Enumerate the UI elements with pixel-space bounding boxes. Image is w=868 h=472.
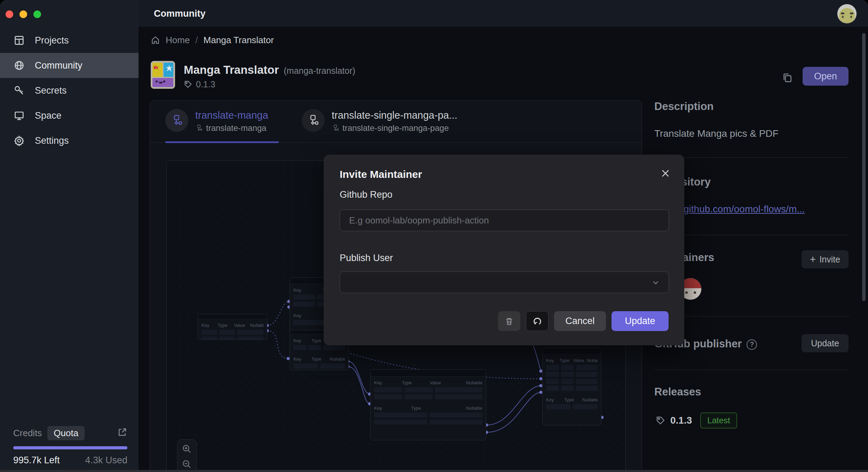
open-button[interactable]: Open — [803, 67, 849, 86]
scrollbar-thumb[interactable] — [862, 33, 866, 301]
column-label: Nullable — [457, 380, 482, 385]
column-label: Type — [218, 323, 231, 328]
close-window-button[interactable] — [6, 10, 13, 18]
refresh-button[interactable] — [526, 311, 549, 331]
flow-node[interactable]: KeyTypeValueNullableKeyTypeNullable — [370, 369, 486, 440]
column-label: Key — [293, 288, 320, 293]
window-bottom-edge — [0, 470, 868, 472]
flow-node-header — [371, 370, 486, 377]
column-label: Nullable — [587, 358, 598, 363]
sidebar: Projects Community Secrets Space — [0, 0, 139, 472]
canvas-zoom-toolbar — [177, 439, 197, 472]
sidebar-item-label: Space — [35, 110, 62, 121]
flow-node[interactable]: KeyTypeValueNullableKeyTypeNullable — [542, 348, 601, 425]
invite-button[interactable]: + Invite — [802, 250, 849, 268]
zoom-in-icon[interactable] — [182, 444, 192, 454]
column-label: Key — [293, 356, 309, 362]
zoom-out-icon[interactable] — [182, 459, 192, 470]
project-title: Manga Translator — [184, 63, 279, 77]
credits-label: Credits — [13, 428, 42, 439]
sidebar-item-label: Settings — [35, 135, 69, 146]
description-text: Translate Manga pics & PDF — [654, 128, 779, 139]
gear-icon — [13, 135, 25, 147]
breadcrumb: Home / Manga Translator — [151, 35, 274, 46]
column-label: Nullable — [582, 397, 598, 402]
trash-icon — [504, 316, 514, 326]
column-label: Key — [202, 323, 215, 328]
chevron-down-icon — [651, 278, 660, 289]
modal-title: Invite Maintainer — [340, 168, 422, 180]
project-slug: (manga-translator) — [284, 66, 355, 76]
column-label: Key — [546, 358, 557, 363]
titlebar: Community — [139, 0, 868, 27]
sidebar-item-projects[interactable]: Projects — [0, 28, 139, 53]
release-item: 0.1.3 Latest — [656, 412, 737, 428]
flow-node[interactable]: KeyTypeValueNullable — [198, 314, 267, 340]
column-label: Value — [573, 358, 584, 363]
releases-heading: Releases — [654, 386, 701, 398]
release-version: 0.1.3 — [670, 415, 692, 426]
publish-user-select[interactable] — [340, 272, 669, 293]
window-controls — [6, 10, 41, 18]
sidebar-nav: Projects Community Secrets Space — [0, 28, 139, 153]
tab-translate-manga[interactable]: translate-manga translate-manga — [165, 109, 268, 133]
sidebar-item-community[interactable]: Community — [0, 53, 139, 78]
publisher-update-button[interactable]: Update — [802, 334, 849, 352]
column-label: Type — [560, 358, 570, 363]
tab-subtitle: translate-single-manga-page — [342, 123, 449, 133]
divider — [654, 370, 849, 370]
column-label: Type — [564, 397, 579, 402]
tab-subtitle: translate-manga — [206, 123, 266, 133]
tag-icon — [184, 80, 192, 89]
question-icon[interactable]: ? — [747, 339, 757, 350]
plus-icon: + — [810, 254, 816, 265]
monitor-icon — [13, 110, 25, 121]
column-label: Type — [402, 380, 427, 385]
active-tab-underline — [165, 141, 279, 143]
credits-panel: Credits Quota 995.7k Left 4.3k Used — [0, 425, 139, 466]
copy-icon[interactable] — [781, 71, 794, 85]
credits-left: 995.7k Left — [13, 455, 60, 466]
external-link-icon[interactable] — [117, 427, 127, 439]
sidebar-item-label: Community — [35, 60, 82, 71]
quota-tab[interactable]: Quota — [47, 426, 85, 440]
page-title: Community — [154, 0, 206, 27]
close-icon[interactable] — [659, 167, 672, 180]
column-label: Value — [234, 323, 247, 328]
grid-icon — [13, 34, 25, 46]
sidebar-item-settings[interactable]: Settings — [0, 128, 139, 153]
column-label: Key — [546, 397, 561, 402]
cancel-button[interactable]: Cancel — [554, 311, 606, 331]
user-avatar[interactable] — [837, 4, 857, 24]
flow-icon — [165, 109, 188, 132]
breadcrumb-current: Manga Translator — [204, 35, 274, 46]
zoom-window-button[interactable] — [33, 10, 41, 18]
column-label: Nullable — [250, 323, 264, 328]
sidebar-item-secrets[interactable]: Secrets — [0, 78, 139, 103]
column-label: Type — [311, 356, 327, 362]
tag-icon — [656, 416, 665, 425]
github-repo-input[interactable] — [340, 210, 669, 231]
flow-node-header — [198, 314, 267, 319]
invite-maintainer-modal: Invite Maintainer Github Repo Publish Us… — [324, 155, 684, 345]
refresh-icon — [532, 316, 542, 326]
home-icon[interactable] — [151, 36, 160, 45]
breadcrumb-separator: / — [195, 35, 198, 46]
column-label: Nullable — [448, 406, 482, 411]
tab-translate-single-manga-page[interactable]: translate-single-manga-pa... translate-s… — [302, 109, 457, 133]
app-window: Community Projects Community — [0, 0, 868, 472]
credits-progress-bar — [13, 446, 127, 449]
minimize-window-button[interactable] — [19, 10, 27, 18]
project-version: 0.1.3 — [196, 79, 215, 89]
breadcrumb-home[interactable]: Home — [166, 35, 190, 46]
flow-node-header — [543, 348, 601, 354]
flow-tabs: translate-manga translate-manga translat… — [150, 101, 642, 143]
globe-icon — [13, 60, 25, 71]
sidebar-item-space[interactable]: Space — [0, 103, 139, 128]
column-label: Key — [293, 338, 309, 343]
delete-button[interactable] — [498, 311, 520, 331]
key-icon — [13, 85, 25, 96]
tab-title: translate-manga — [195, 110, 268, 121]
flow-icon — [302, 109, 325, 132]
update-button[interactable]: Update — [611, 311, 669, 331]
